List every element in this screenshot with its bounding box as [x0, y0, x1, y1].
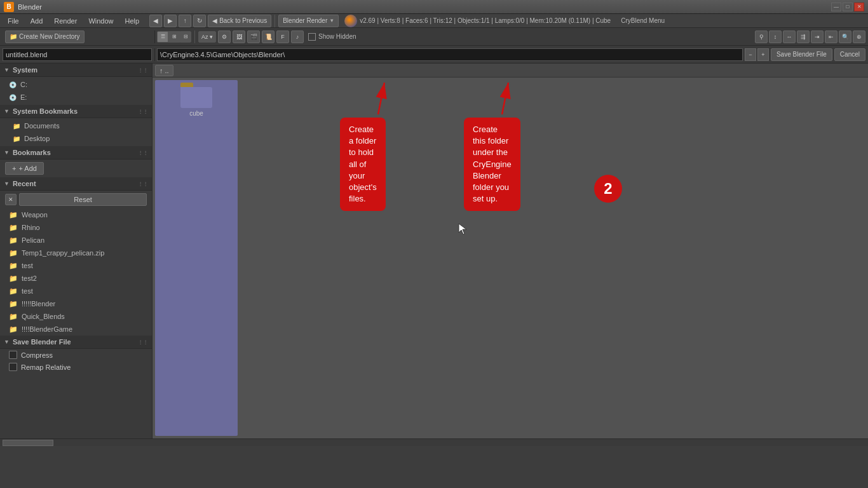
separator1 [275, 15, 275, 27]
recent-item-test2[interactable]: 📁 test2 [0, 272, 152, 285]
recent-item-test1[interactable]: 📁 test [0, 259, 152, 272]
c-drive-label: C: [20, 81, 27, 88]
sidebar-item-documents[interactable]: 📁 Documents [0, 119, 152, 132]
img-filter-btn[interactable]: 🖼 [233, 30, 245, 43]
add-label: + Add [18, 165, 36, 172]
recent-item-weapon[interactable]: 📁 Weapon [0, 208, 152, 221]
save-bf-section-header[interactable]: ▼ Save Blender File ⋮⋮ [0, 336, 152, 349]
back-to-previous-button[interactable]: ◀ Back to Previous [208, 15, 271, 27]
system-section-header[interactable]: ▼ System ⋮⋮ [0, 64, 152, 77]
grid-view-btn2[interactable]: ⊟ [180, 31, 191, 43]
recent-item-rhino[interactable]: 📁 Rhino [0, 221, 152, 234]
filter-icon-btn[interactable]: ⚙ [218, 30, 231, 43]
recent-item-temp1[interactable]: 📁 Temp1_crappy_pelican.zip [0, 247, 152, 259]
cryblend-menu[interactable]: CryBlend Menu [621, 17, 665, 24]
script-filter-btn[interactable]: 📜 [262, 30, 275, 43]
create-new-directory-button[interactable]: 📁 Create New Directory [5, 30, 85, 43]
system-section-content: 💿 C: 💿 E: [0, 77, 152, 105]
increment-btn[interactable]: + [757, 48, 769, 61]
maximize-button[interactable]: □ [843, 3, 853, 11]
filter-btn2[interactable]: ↕ [769, 30, 782, 43]
temp1-folder-icon: 📁 [9, 249, 18, 257]
sys-bk-collapse-icon: ⋮⋮ [138, 109, 148, 114]
reset-button[interactable]: Reset [19, 193, 147, 206]
system-label: System [13, 66, 37, 74]
grid-view-btn[interactable]: ⊞ [168, 31, 180, 43]
menu-file[interactable]: File [3, 16, 24, 26]
quickblends-label: Quick_Blends [22, 313, 65, 320]
nav-up-btn[interactable]: ↑ [179, 15, 191, 27]
recent-item-blender[interactable]: 📁 !!!!!Blender [0, 297, 152, 310]
go-up-button[interactable]: ↑ .. [155, 65, 173, 76]
filter-icons-right: ⚲ ↕ ↔ ⇶ ⇥ ⇤ 🔍 ⊕ [755, 30, 865, 43]
file-browser: ↑ .. cube [153, 64, 868, 438]
font-filter-btn[interactable]: F [276, 30, 289, 43]
minimize-button[interactable]: — [831, 3, 841, 11]
nav-refresh-btn[interactable]: ↻ [193, 15, 206, 27]
window-controls: — □ ✕ [831, 3, 864, 11]
bookmarks-section-header[interactable]: ▼ Bookmarks ⋮⋮ [0, 146, 152, 159]
menu-window[interactable]: Window [83, 16, 118, 26]
remap-checkbox-row[interactable]: Remap Relative [0, 361, 152, 373]
drive-icon: 💿 [9, 81, 17, 88]
remap-checkbox[interactable] [9, 363, 17, 371]
save-bf-triangle-icon: ▼ [4, 339, 10, 345]
system-bookmarks-header[interactable]: ▼ System Bookmarks ⋮⋮ [0, 105, 152, 118]
bk-triangle-icon: ▼ [4, 149, 10, 156]
filter-btn3[interactable]: ↔ [783, 30, 796, 43]
blender-sphere-icon [344, 15, 357, 27]
recent-item-quickblends[interactable]: 📁 Quick_Blends [0, 310, 152, 323]
filename-input[interactable] [3, 48, 152, 61]
recent-item-blendergame[interactable]: 📁 !!!!BlenderGame [0, 323, 152, 336]
temp1-label: Temp1_crappy_pelican.zip [22, 249, 104, 257]
documents-folder-icon: 📁 [13, 123, 20, 130]
close-button[interactable]: ✕ [854, 3, 864, 11]
recent-item-test3[interactable]: 📁 test [0, 285, 152, 297]
scrollbar-thumb[interactable] [3, 440, 53, 446]
file-item-cube[interactable]: cube [155, 80, 238, 436]
add-bookmark-button[interactable]: + + Add [5, 162, 44, 175]
compress-checkbox[interactable] [9, 351, 17, 359]
filter-btn5[interactable]: ⇥ [811, 30, 824, 43]
step-number-2: 2 [594, 175, 622, 203]
save-blender-file-button[interactable]: Save Blender File [771, 48, 832, 61]
recent-section-header[interactable]: ▼ Recent ⋮⋮ [0, 177, 152, 191]
show-hidden-checkbox[interactable] [308, 33, 316, 41]
movie-filter-btn[interactable]: 🎬 [247, 30, 260, 43]
menu-help[interactable]: Help [120, 16, 145, 26]
nav-left-btn[interactable]: ◀ [149, 15, 162, 27]
filter-btn4[interactable]: ⇶ [797, 30, 810, 43]
test2-label: test2 [22, 274, 37, 282]
recent-item-pelican[interactable]: 📁 Pelican [0, 234, 152, 247]
address-bar: 📁 Create New Directory ☰ ⊞ ⊟ Az ▾ ⚙ 🖼 🎬 … [0, 28, 868, 46]
music-filter-btn[interactable]: ♪ [291, 30, 304, 43]
sys-bk-triangle-icon: ▼ [4, 108, 10, 114]
sort-name-btn[interactable]: Az ▾ [198, 31, 216, 43]
render-engine-selector[interactable]: Blender Render ▼ [278, 15, 339, 27]
nav-right-btn[interactable]: ▶ [164, 15, 177, 27]
bk-collapse-icon: ⋮⋮ [138, 150, 148, 156]
menu-add[interactable]: Add [25, 16, 48, 26]
path-input[interactable] [157, 48, 743, 61]
test2-folder-icon: 📁 [9, 274, 18, 283]
decrement-btn[interactable]: − [745, 48, 756, 61]
sidebar-item-c-drive[interactable]: 💿 C: [0, 78, 152, 91]
show-hidden-container: Show Hidden [308, 33, 356, 41]
cube-folder-icon [180, 83, 212, 108]
filter-btn7[interactable]: 🔍 [839, 30, 851, 43]
horizontal-scrollbar[interactable] [0, 438, 868, 446]
filter-btn8[interactable]: ⊕ [853, 30, 865, 43]
clear-recent-button[interactable]: ✕ [5, 194, 17, 205]
bubble1-text: Create a folder to hold all of your obje… [349, 125, 377, 203]
cancel-button[interactable]: Cancel [834, 48, 865, 61]
quickblends-folder-icon: 📁 [9, 313, 18, 321]
plus-icon: + [12, 165, 16, 172]
sidebar-item-e-drive[interactable]: 💿 E: [0, 91, 152, 104]
filter-btn1[interactable]: ⚲ [755, 30, 768, 43]
menu-render[interactable]: Render [49, 16, 82, 26]
blendergame-label: !!!!BlenderGame [22, 325, 72, 333]
compress-checkbox-row[interactable]: Compress [0, 349, 152, 361]
filter-btn6[interactable]: ⇤ [825, 30, 837, 43]
sidebar-item-desktop[interactable]: 📁 Desktop [0, 132, 152, 145]
list-view-btn[interactable]: ☰ [157, 31, 168, 43]
